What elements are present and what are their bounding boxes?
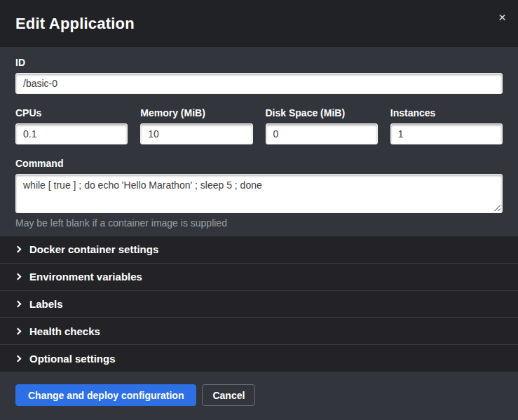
accordion-section-optional-settings[interactable]: Optional settings	[0, 344, 518, 372]
cpus-label: CPUs	[15, 107, 128, 118]
chevron-right-icon	[15, 355, 22, 362]
command-textarea[interactable]: while [ true ] ; do echo 'Hello Marathon…	[15, 174, 503, 213]
command-label: Command	[15, 158, 503, 169]
accordion-section-label: Health checks	[29, 325, 100, 337]
chevron-right-icon	[15, 301, 22, 308]
chevron-right-icon	[15, 246, 22, 253]
instances-label: Instances	[390, 107, 503, 118]
cpus-input[interactable]	[15, 123, 128, 144]
command-textarea-wrap: while [ true ] ; do echo 'Hello Marathon…	[15, 174, 503, 213]
id-field: ID	[15, 57, 503, 94]
modal-footer: Change and deploy configuration Cancel	[0, 372, 518, 420]
accordion-section-health-checks[interactable]: Health checks	[0, 317, 518, 344]
accordion-section-label: Environment variables	[29, 271, 142, 283]
close-icon[interactable]: ×	[496, 9, 509, 25]
id-input[interactable]	[15, 73, 503, 94]
accordion-section-label: Docker container settings	[29, 243, 158, 255]
edit-application-modal: Edit Application × ID CPUs Memory (MiB) …	[0, 0, 518, 420]
memory-field: Memory (MiB)	[140, 107, 252, 144]
accordion: Docker container settings Environment va…	[0, 236, 518, 372]
cancel-button[interactable]: Cancel	[202, 384, 255, 406]
modal-header: Edit Application ×	[0, 0, 518, 47]
cpus-field: CPUs	[15, 107, 128, 144]
modal-title: Edit Application	[15, 15, 135, 33]
resources-row: CPUs Memory (MiB) Disk Space (MiB) Insta…	[15, 107, 503, 144]
disk-space-field: Disk Space (MiB)	[266, 107, 378, 144]
accordion-section-label: Optional settings	[29, 353, 116, 365]
accordion-section-environment-variables[interactable]: Environment variables	[0, 263, 518, 290]
accordion-section-label: Labels	[29, 298, 63, 310]
instances-field: Instances	[390, 107, 503, 144]
disk-space-label: Disk Space (MiB)	[266, 107, 378, 118]
command-field: Command while [ true ] ; do echo 'Hello …	[15, 158, 503, 229]
form-body: ID CPUs Memory (MiB) Disk Space (MiB) In…	[0, 47, 518, 236]
change-and-deploy-button[interactable]: Change and deploy configuration	[15, 384, 196, 406]
accordion-section-docker-container-settings[interactable]: Docker container settings	[0, 236, 518, 263]
command-help-text: May be left blank if a container image i…	[15, 217, 503, 229]
memory-label: Memory (MiB)	[140, 107, 252, 118]
disk-space-input[interactable]	[266, 123, 378, 144]
chevron-right-icon	[15, 273, 22, 280]
id-label: ID	[15, 57, 503, 68]
accordion-section-labels[interactable]: Labels	[0, 290, 518, 318]
chevron-right-icon	[15, 327, 22, 334]
instances-input[interactable]	[390, 123, 503, 144]
memory-input[interactable]	[140, 123, 252, 144]
